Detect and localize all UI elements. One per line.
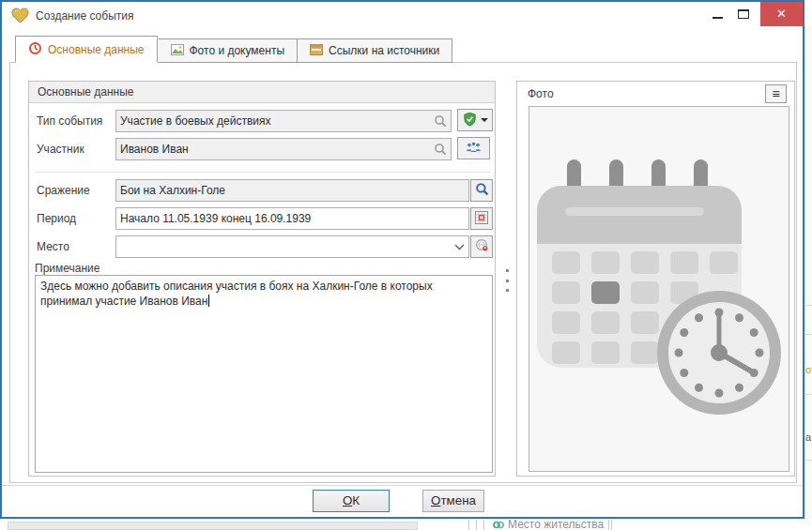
clock-icon [28,41,42,58]
event-type-field[interactable]: Участие в боевых действиях [115,110,452,132]
dialog-title: Создание события [36,2,133,30]
cancel-accesskey: О [431,493,440,507]
photo-group-title: Фото [528,87,554,100]
note-label: Примечание [35,262,100,275]
tab-label: Ссылки на источники [329,44,439,57]
period-calendar-button[interactable] [470,207,493,230]
place-globe-button[interactable] [470,235,493,258]
cancel-label-rest: тмена [440,493,475,507]
separator [35,172,491,173]
tab-photos-documents[interactable]: Фото и документы [159,38,299,63]
ok-label-rest: К [352,493,360,507]
background-text-fragment: а [805,432,812,443]
calendar-clock-image [531,154,787,445]
background-divider [608,520,609,530]
background-divider [483,520,484,530]
tab-label: Основные данные [48,43,145,56]
ok-button[interactable]: ОК [313,490,390,512]
app-heart-icon [11,8,29,26]
create-event-dialog: Создание события ✕ Основные данные Фото … [0,0,804,519]
participant-value: Иванов Иван [120,143,434,156]
shield-check-icon [463,112,477,129]
archive-box-icon [310,44,323,58]
text-caret [208,295,209,307]
background-divider [611,520,612,530]
tab-label: Фото и документы [190,44,285,57]
footer-separator [2,485,803,486]
background-divider [468,520,469,530]
main-data-group: Основные данные Тип события Участие в бо… [28,81,496,477]
period-field[interactable]: Начало 11.05.1939 конец 16.09.1939 [115,207,469,230]
panel-splitter[interactable] [503,269,511,292]
tab-strip: Основные данные Фото и документы Ссылки … [15,36,452,63]
participant-label: Участник [37,138,84,160]
battle-search-button[interactable] [470,179,493,202]
battle-value: Бои на Халхин-Голе [120,184,465,197]
background-app-strip: Место жительства [0,519,812,530]
residence-icon [493,520,504,530]
photo-icon [171,44,184,58]
note-text: Здесь можно добавить описания участия в … [40,280,433,308]
background-text-fragment: от [805,364,812,375]
place-label: Место [37,235,69,258]
tab-source-links[interactable]: Ссылки на источники [298,38,452,63]
group-title: Основные данные [29,82,495,103]
event-type-options-button[interactable] [457,109,493,131]
cancel-button[interactable]: Отмена [422,490,484,512]
background-app-right-strip: от а [804,26,812,519]
titlebar[interactable]: Создание события ✕ [2,2,803,30]
search-icon [475,182,489,199]
photo-placeholder[interactable] [529,106,789,472]
maximize-button[interactable] [738,9,749,19]
calendar-grid-icon [475,211,488,227]
participant-field[interactable]: Иванов Иван [115,138,452,160]
period-value: Начало 11.05.1939 конец 16.09.1939 [120,212,465,225]
event-type-label: Тип события [37,110,102,132]
minimize-button[interactable] [712,17,723,19]
background-divider [476,520,477,530]
globe-pin-icon [475,238,489,255]
caret-down-icon [481,118,488,122]
battle-field[interactable]: Бои на Халхин-Голе [115,179,469,202]
period-label: Период [37,207,76,230]
close-button[interactable]: ✕ [760,2,803,26]
photo-group: Фото ≡ [516,81,795,477]
people-icon [466,141,482,157]
tab-main-data[interactable]: Основные данные [15,36,158,63]
search-icon[interactable] [434,143,447,156]
event-type-value: Участие в боевых действиях [120,114,434,128]
select-participant-button[interactable] [457,137,490,159]
screen: Место жительства от а Создание события ✕ [0,0,812,530]
battle-label: Сражение [37,179,90,202]
place-combobox[interactable] [115,235,469,258]
ok-accesskey: О [343,493,352,507]
note-textarea[interactable]: Здесь можно добавить описания участия в … [35,275,493,473]
background-table-cell [8,522,418,530]
background-tree-node-label: Место жительства [508,518,604,530]
menu-icon[interactable]: ≡ [765,84,787,103]
chevron-down-icon[interactable] [454,244,465,250]
search-icon[interactable] [434,114,447,128]
